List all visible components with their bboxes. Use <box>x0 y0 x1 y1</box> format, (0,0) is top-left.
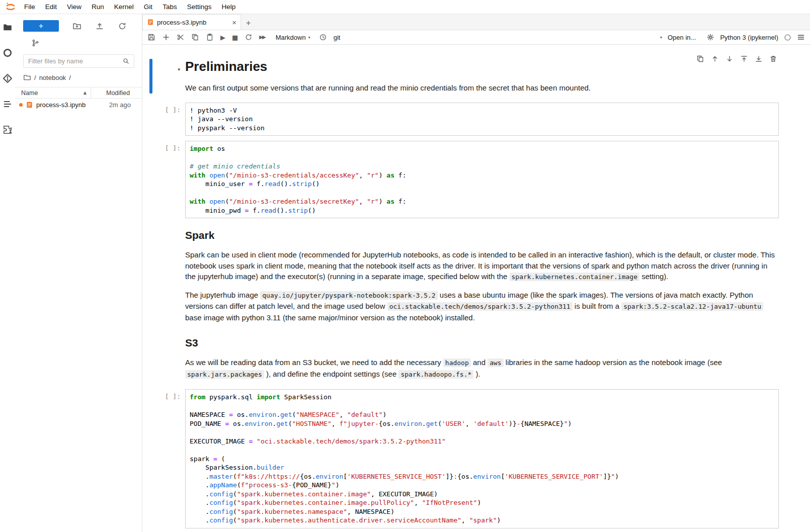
column-header-modified[interactable]: Modified <box>91 87 142 98</box>
git-actions-row <box>15 32 142 47</box>
menu-git[interactable]: Git <box>139 0 157 14</box>
close-icon[interactable]: × <box>232 19 236 26</box>
upload-icon[interactable] <box>95 22 104 31</box>
cell-toolbar <box>696 55 777 63</box>
markdown-cell-preliminaries[interactable]: ▾ Preliminaries We can first output some… <box>142 54 810 100</box>
menu-tabs[interactable]: Tabs <box>157 0 182 14</box>
activity-bar <box>0 14 15 532</box>
new-tab-button[interactable]: + <box>241 19 256 30</box>
cell-type-dropdown[interactable]: Markdown ▾ <box>276 34 310 41</box>
inline-code: oci.stackable.tech/demos/spark:3.5.2-pyt… <box>387 302 573 311</box>
code-editor[interactable]: import os # get minio credentialswith op… <box>185 141 779 218</box>
filter-files-input[interactable] <box>23 54 134 68</box>
inline-code: spark.hadoopo.fs.* <box>398 370 473 379</box>
code-line: import os <box>190 144 774 153</box>
code-editor[interactable]: from pyspark.sql import SparkSession NAM… <box>185 389 779 528</box>
file-name: process-s3.ipynb <box>36 101 86 109</box>
code-line: from pyspark.sql import SparkSession <box>190 393 774 402</box>
markdown-heading: Spark <box>185 229 779 241</box>
git-clone-icon[interactable] <box>31 39 40 47</box>
file-row[interactable]: process-s3.ipynb 2m ago <box>15 99 142 111</box>
code-cell-minio-credentials[interactable]: [ ]: import os # get minio credentialswi… <box>142 141 810 218</box>
notebook-file-icon <box>147 19 154 26</box>
breadcrumb-root[interactable]: / <box>34 74 36 81</box>
menu-settings[interactable]: Settings <box>182 0 217 14</box>
markdown-heading: Preliminaries <box>185 59 779 74</box>
inline-code: aws <box>488 359 503 367</box>
code-line: spark = ( <box>190 455 774 464</box>
home-folder-icon[interactable] <box>23 73 31 81</box>
code-line: ! python3 -V <box>190 106 774 115</box>
execution-prompt: [ ]: <box>165 144 181 152</box>
insert-cell-icon[interactable] <box>162 33 170 41</box>
code-line: POD_NAME = os.environ.get("HOSTNAME", f"… <box>190 419 774 428</box>
code-line <box>190 189 774 198</box>
code-line <box>190 402 774 411</box>
file-browser-tab-icon[interactable] <box>3 22 13 32</box>
code-line: .appName(f"process-s3-{POD_NAME}") <box>190 481 774 490</box>
run-icon[interactable]: ▶ <box>220 34 225 41</box>
markdown-cell-spark[interactable]: Spark Spark can be used in client mode (… <box>142 229 810 323</box>
code-line <box>190 153 774 162</box>
menu-help[interactable]: Help <box>216 0 240 14</box>
menu-kernel[interactable]: Kernel <box>109 0 139 14</box>
markdown-heading: S3 <box>185 337 779 349</box>
gear-icon[interactable] <box>706 33 714 41</box>
tab-process-s3[interactable]: process-s3.ipynb × <box>142 14 241 30</box>
code-line: ! pyspark --version <box>190 124 774 133</box>
sort-ascending-icon[interactable]: ▲ <box>84 91 87 95</box>
open-in-dropdown[interactable]: Open in... <box>668 34 696 41</box>
menu-run[interactable]: Run <box>87 0 109 14</box>
code-editor[interactable]: ! python3 -V! java --version! pyspark --… <box>185 103 779 136</box>
git-timeline-icon[interactable] <box>319 33 327 41</box>
git-sidebar-icon[interactable] <box>3 73 13 83</box>
stop-icon[interactable]: ■ <box>232 34 238 41</box>
kernel-status-icon <box>784 34 791 41</box>
chevron-down-icon: ▾ <box>660 35 662 40</box>
hamburger-menu-icon[interactable] <box>797 33 805 41</box>
markdown-cell-s3[interactable]: S3 As we will be reading data from an S3… <box>142 337 810 380</box>
file-modified: 2m ago <box>109 101 142 109</box>
restart-kernel-icon[interactable] <box>245 33 253 41</box>
insert-cell-below-icon[interactable] <box>755 55 763 63</box>
cut-icon[interactable] <box>177 33 185 41</box>
extensions-icon[interactable] <box>3 125 13 135</box>
move-cell-up-icon[interactable] <box>711 55 719 63</box>
save-icon[interactable] <box>147 33 155 41</box>
heading-collapse-icon[interactable]: ▾ <box>178 67 180 72</box>
inline-code: hadoop <box>443 359 471 367</box>
code-cell-versions[interactable]: [ ]: ! python3 -V! java --version! pyspa… <box>142 103 810 136</box>
code-line <box>190 446 774 455</box>
duplicate-cell-icon[interactable] <box>696 55 704 63</box>
markdown-paragraph: The jupyterhub image quay.io/jupyter/pys… <box>185 290 779 323</box>
code-line <box>190 428 774 437</box>
code-line: .config("spark.kubernetes.authenticate.d… <box>190 516 774 525</box>
paste-icon[interactable] <box>206 33 214 41</box>
new-folder-icon[interactable] <box>72 22 82 31</box>
insert-cell-above-icon[interactable] <box>740 55 748 63</box>
code-cell-spark-session[interactable]: [ ]: from pyspark.sql import SparkSessio… <box>142 389 810 528</box>
menu-view[interactable]: View <box>62 0 87 14</box>
running-kernels-icon[interactable] <box>3 48 13 58</box>
markdown-paragraph: As we will be reading data from an S3 bu… <box>185 357 779 380</box>
markdown-paragraph: Spark can be used in client mode (recomm… <box>185 249 779 283</box>
code-line: .config("spark.kubernetes.container.imag… <box>190 490 774 499</box>
run-all-icon[interactable]: ▶▶ <box>259 35 265 40</box>
table-of-contents-icon[interactable] <box>3 99 13 109</box>
menu-edit[interactable]: Edit <box>40 0 62 14</box>
column-header-name[interactable]: Name ▲ <box>15 87 91 98</box>
code-line: minio_user = f.read().strip() <box>190 180 774 189</box>
delete-cell-icon[interactable] <box>769 55 777 63</box>
new-launcher-button[interactable]: + <box>23 20 59 32</box>
code-line: EXECUTOR_IMAGE = "oci.stackable.tech/dem… <box>190 437 774 446</box>
copy-icon[interactable] <box>191 33 199 41</box>
move-cell-down-icon[interactable] <box>725 55 734 63</box>
kernel-name[interactable]: Python 3 (ipykernel) <box>720 34 778 41</box>
menu-file[interactable]: File <box>19 0 40 14</box>
refresh-icon[interactable] <box>118 22 127 31</box>
breadcrumb-folder[interactable]: notebook <box>39 74 66 81</box>
chevron-down-icon: ▾ <box>308 35 310 40</box>
notebook-toolbar: ▶ ■ ▶▶ Markdown ▾ git ▾ Open in... Pytho… <box>142 30 810 45</box>
code-line: # get minio credentials <box>190 162 774 171</box>
search-icon <box>122 57 130 65</box>
